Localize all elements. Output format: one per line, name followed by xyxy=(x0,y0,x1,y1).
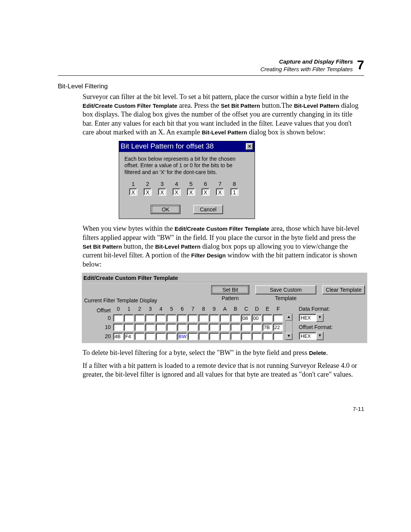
byte-cell[interactable] xyxy=(124,314,134,322)
data-format-select[interactable]: HEX ▼ xyxy=(299,313,323,322)
col-header: B xyxy=(230,306,241,313)
table-row: 4BF4BW xyxy=(113,332,284,341)
byte-cell[interactable] xyxy=(188,314,198,322)
chevron-down-icon[interactable]: ▼ xyxy=(316,332,323,340)
byte-cell[interactable]: 00 xyxy=(252,314,261,322)
ok-button[interactable]: OK xyxy=(151,205,180,214)
save-custom-template-button[interactable]: Save Custom Template xyxy=(255,285,316,294)
byte-cell[interactable] xyxy=(113,323,123,331)
col-header: 8 xyxy=(198,306,209,313)
col-header: 5 xyxy=(166,306,177,313)
close-icon[interactable]: × xyxy=(246,143,253,150)
scroll-up-icon[interactable]: ▲ xyxy=(285,314,292,321)
bit-input[interactable]: X xyxy=(201,188,210,196)
byte-cell[interactable] xyxy=(198,332,208,340)
byte-cell[interactable] xyxy=(177,314,187,322)
byte-cell[interactable] xyxy=(230,323,240,331)
bit-input[interactable]: X xyxy=(172,188,181,196)
offset-format-label: Offset Format: xyxy=(299,324,333,331)
chapter-number: 7 xyxy=(357,58,364,71)
header-line2: Creating Filters with Filter Templates xyxy=(260,66,353,73)
byte-cell[interactable] xyxy=(156,314,166,322)
col-header: 4 xyxy=(156,306,166,313)
col-header: C xyxy=(241,306,252,313)
byte-cell[interactable] xyxy=(220,314,229,322)
byte-cell[interactable] xyxy=(166,332,176,340)
byte-cell[interactable] xyxy=(209,323,219,331)
byte-cell[interactable] xyxy=(209,332,219,340)
clear-template-button[interactable]: Clear Template xyxy=(322,285,365,294)
byte-cell[interactable] xyxy=(230,332,240,340)
bit-label: 4 xyxy=(169,180,184,187)
byte-cell[interactable] xyxy=(230,314,240,322)
byte-cell[interactable] xyxy=(241,323,251,331)
byte-cell[interactable] xyxy=(166,323,176,331)
set-bit-pattern-button[interactable]: Set Bit Pattern xyxy=(211,285,249,294)
col-header: A xyxy=(220,306,230,313)
row-label: 10 xyxy=(84,323,111,332)
byte-cell[interactable] xyxy=(113,314,123,322)
byte-cell[interactable] xyxy=(188,332,198,340)
offset-format-select[interactable]: HEX ▼ xyxy=(299,332,323,340)
bit-input[interactable]: X xyxy=(187,188,195,196)
paragraph-1: Surveyor can filter at the bit level. To… xyxy=(83,93,364,137)
byte-cell[interactable] xyxy=(198,314,208,322)
scroll-down-icon[interactable]: ▼ xyxy=(285,333,292,340)
page-header: Capture and Display Filters 7 Creating F… xyxy=(58,55,364,73)
dialog-text: Each box below represents a bit for the … xyxy=(124,156,249,176)
byte-cell[interactable] xyxy=(134,314,144,322)
byte-cell[interactable] xyxy=(145,332,155,340)
bit-input[interactable]: X xyxy=(216,188,224,196)
byte-cell[interactable] xyxy=(209,314,219,322)
byte-cell[interactable] xyxy=(262,314,272,322)
byte-cell[interactable] xyxy=(134,323,144,331)
byte-cell[interactable] xyxy=(252,323,261,331)
byte-cell[interactable]: 22 xyxy=(273,323,283,331)
col-header: 7 xyxy=(188,306,198,313)
byte-cell[interactable] xyxy=(166,314,176,322)
page-number: 7-11 xyxy=(58,406,364,412)
byte-cell[interactable]: 7B xyxy=(262,323,272,331)
bit-input[interactable]: 1 xyxy=(230,188,239,196)
bit-label: 2 xyxy=(140,180,155,187)
byte-cell[interactable] xyxy=(145,314,155,322)
byte-cell[interactable] xyxy=(188,323,198,331)
byte-cell[interactable] xyxy=(262,332,272,340)
byte-cell[interactable] xyxy=(220,332,229,340)
byte-cell[interactable]: 4B xyxy=(113,332,123,340)
bit-label: 5 xyxy=(184,180,198,187)
bit-input[interactable]: X xyxy=(158,188,166,196)
col-header: 6 xyxy=(177,306,188,313)
col-header: 3 xyxy=(145,306,156,313)
byte-cell[interactable] xyxy=(220,323,229,331)
byte-cell[interactable] xyxy=(252,332,261,340)
cancel-button[interactable]: Cancel xyxy=(193,205,223,214)
section-title: Bit-Level Filtering xyxy=(58,83,364,90)
byte-cell[interactable] xyxy=(156,323,166,331)
bit-label: 3 xyxy=(155,180,169,187)
row-label: 20 xyxy=(84,332,111,341)
byte-cell[interactable] xyxy=(134,332,144,340)
byte-cell[interactable]: F4 xyxy=(124,332,134,340)
byte-cell[interactable] xyxy=(273,332,283,340)
col-header: 0 xyxy=(113,306,124,313)
col-header: 1 xyxy=(124,306,134,313)
paragraph-4: If a filter with a bit pattern is loaded… xyxy=(83,361,364,379)
scrollbar[interactable]: ▲ ▼ xyxy=(285,313,293,340)
chevron-down-icon[interactable]: ▼ xyxy=(316,313,323,322)
bit-label: 1 xyxy=(126,180,140,187)
bit-level-pattern-dialog: Bit Level Pattern for offset 38 × Each b… xyxy=(119,141,255,219)
byte-cell[interactable]: BW xyxy=(177,332,187,340)
byte-cell[interactable] xyxy=(145,323,155,331)
byte-cell[interactable] xyxy=(177,323,187,331)
byte-cell[interactable]: 08 xyxy=(241,314,251,322)
row-label: 0 xyxy=(84,313,111,323)
bit-input[interactable]: X xyxy=(129,188,137,196)
byte-cell[interactable] xyxy=(273,314,283,322)
byte-cell[interactable] xyxy=(156,332,166,340)
col-header: 2 xyxy=(134,306,145,313)
bit-input[interactable]: X xyxy=(143,188,152,196)
byte-cell[interactable] xyxy=(198,323,208,331)
byte-cell[interactable] xyxy=(124,323,134,331)
byte-cell[interactable] xyxy=(241,332,251,340)
